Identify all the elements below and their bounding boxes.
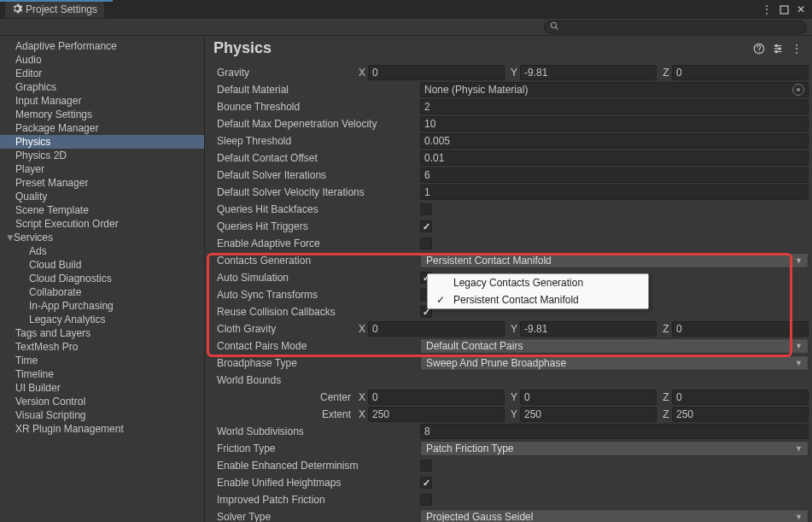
object-picker-icon[interactable] bbox=[792, 84, 804, 96]
sidebar-item-time[interactable]: Time bbox=[0, 354, 204, 367]
enable-adaptive-force-checkbox[interactable] bbox=[420, 238, 432, 249]
sidebar-item-label: XR Plugin Management bbox=[15, 423, 124, 435]
default-material-label: Default Material bbox=[208, 84, 420, 96]
auto-simulation-label: Auto Simulation bbox=[208, 272, 420, 284]
search-input-container[interactable] bbox=[544, 21, 807, 34]
sidebar-item-cloud-diagnostics[interactable]: Cloud Diagnostics bbox=[0, 272, 204, 285]
chevron-down-icon: ▼ bbox=[795, 444, 803, 453]
bounce-threshold-input[interactable] bbox=[420, 99, 809, 114]
sidebar-item-audio[interactable]: Audio bbox=[0, 53, 204, 67]
search-icon bbox=[550, 21, 559, 33]
sidebar-item-label: Physics bbox=[15, 136, 50, 148]
expand-arrow-icon[interactable]: ▼ bbox=[5, 232, 14, 243]
enable-enhanced-determinism-checkbox[interactable] bbox=[420, 460, 432, 472]
sidebar-item-label: Audio bbox=[15, 54, 42, 66]
sidebar-item-label: Timeline bbox=[15, 368, 54, 380]
improved-patch-friction-checkbox[interactable] bbox=[420, 494, 432, 506]
sleep-threshold-label: Sleep Threshold bbox=[208, 135, 420, 147]
world-subdivisions-input[interactable] bbox=[420, 424, 809, 439]
sidebar-item-quality[interactable]: Quality bbox=[0, 190, 204, 203]
cloth-gravity-x-input[interactable] bbox=[368, 321, 505, 337]
gravity-y-input[interactable] bbox=[520, 65, 657, 80]
gravity-z-input[interactable] bbox=[672, 65, 809, 80]
default-solver-velocity-iterations-input[interactable] bbox=[420, 185, 809, 200]
extent-z-input[interactable] bbox=[672, 407, 809, 422]
preset-icon[interactable] bbox=[771, 42, 785, 56]
extent-y-input[interactable] bbox=[520, 407, 657, 422]
sidebar-item-graphics[interactable]: Graphics bbox=[0, 80, 204, 94]
sidebar-item-textmesh-pro[interactable]: TextMesh Pro bbox=[0, 340, 204, 354]
solver-type-dropdown[interactable]: Projected Gauss Seidel▼ bbox=[420, 509, 809, 522]
contacts-generation-label: Contacts Generation bbox=[208, 255, 420, 267]
sidebar-item-collaborate[interactable]: Collaborate bbox=[0, 285, 204, 299]
contact-pairs-mode-dropdown[interactable]: Default Contact Pairs▼ bbox=[420, 338, 809, 354]
sidebar-item-label: Legacy Analytics bbox=[29, 314, 105, 326]
queries-hit-backfaces-checkbox[interactable] bbox=[420, 203, 432, 215]
sidebar-item-in-app-purchasing[interactable]: In-App Purchasing bbox=[0, 299, 204, 313]
sidebar-item-visual-scripting[interactable]: Visual Scripting bbox=[0, 408, 204, 422]
default-contact-offset-input[interactable] bbox=[420, 150, 809, 166]
center-x-input[interactable] bbox=[368, 390, 505, 405]
extent-y-label: Y bbox=[508, 408, 520, 420]
friction-type-dropdown[interactable]: Patch Friction Type▼ bbox=[420, 441, 809, 456]
sidebar-item-label: Services bbox=[14, 232, 53, 243]
default-material-field[interactable]: None (Physic Material) bbox=[420, 82, 809, 97]
page-title: Physics bbox=[213, 39, 272, 57]
cloth-gravity-z-label: Z bbox=[660, 323, 672, 335]
gravity-x-input[interactable] bbox=[368, 65, 505, 80]
center-z-input[interactable] bbox=[672, 390, 809, 405]
enable-unified-heightmaps-checkbox[interactable] bbox=[420, 477, 432, 489]
sidebar-item-label: TextMesh Pro bbox=[15, 341, 78, 353]
sidebar-item-physics-2d[interactable]: Physics 2D bbox=[0, 149, 204, 162]
default-solver-iterations-input[interactable] bbox=[420, 167, 809, 183]
sidebar-item-player[interactable]: Player bbox=[0, 162, 204, 176]
sidebar-item-editor[interactable]: Editor bbox=[0, 67, 204, 80]
reuse-collision-callbacks-label: Reuse Collision Callbacks bbox=[208, 306, 420, 318]
help-icon[interactable] bbox=[752, 42, 766, 56]
cloth-gravity-z-input[interactable] bbox=[672, 321, 809, 337]
contacts-generation-dropdown[interactable]: Persistent Contact Manifold▼ bbox=[420, 253, 809, 268]
chevron-down-icon: ▼ bbox=[795, 256, 803, 265]
sidebar-item-version-control[interactable]: Version Control bbox=[0, 395, 204, 408]
cloth-gravity-y-input[interactable] bbox=[520, 321, 657, 337]
dropdown-option-persistent[interactable]: ✓ Persistent Contact Manifold bbox=[428, 291, 648, 308]
sidebar-item-preset-manager[interactable]: Preset Manager bbox=[0, 176, 204, 190]
center-y-input[interactable] bbox=[520, 390, 657, 405]
sidebar-item-memory-settings[interactable]: Memory Settings bbox=[0, 108, 204, 121]
sidebar-item-package-manager[interactable]: Package Manager bbox=[0, 121, 204, 135]
sidebar-item-legacy-analytics[interactable]: Legacy Analytics bbox=[0, 313, 204, 326]
sidebar-item-label: Cloud Build bbox=[29, 259, 81, 271]
sidebar-item-scene-template[interactable]: Scene Template bbox=[0, 203, 204, 217]
default-max-depen-input[interactable] bbox=[420, 116, 809, 132]
sidebar-item-label: Editor bbox=[15, 67, 42, 79]
sidebar-item-xr-plugin-management[interactable]: XR Plugin Management bbox=[0, 422, 204, 436]
queries-hit-triggers-checkbox[interactable] bbox=[420, 220, 432, 232]
sidebar-item-label: Version Control bbox=[15, 396, 85, 408]
extent-x-label: X bbox=[356, 408, 368, 420]
window-close-icon[interactable]: ✕ bbox=[795, 3, 807, 15]
sidebar-item-ui-builder[interactable]: UI Builder bbox=[0, 381, 204, 395]
sidebar-item-physics[interactable]: Physics bbox=[0, 135, 204, 149]
menu-icon[interactable]: ⋮ bbox=[790, 42, 803, 56]
contact-pairs-mode-label: Contact Pairs Mode bbox=[208, 340, 420, 352]
extent-x-input[interactable] bbox=[368, 407, 505, 422]
sidebar-item-input-manager[interactable]: Input Manager bbox=[0, 94, 204, 108]
sidebar-item-script-execution-order[interactable]: Script Execution Order bbox=[0, 217, 204, 231]
sidebar-item-services[interactable]: ▼Services bbox=[0, 231, 204, 244]
dropdown-option-legacy[interactable]: Legacy Contacts Generation bbox=[428, 274, 648, 291]
center-label: Center bbox=[208, 391, 356, 403]
window-menu-icon[interactable]: ⋮ bbox=[761, 3, 773, 15]
sidebar-item-adaptive-performance[interactable]: Adaptive Performance bbox=[0, 39, 204, 53]
broadphase-type-dropdown[interactable]: Sweep And Prune Broadphase▼ bbox=[420, 355, 809, 371]
sidebar-item-timeline[interactable]: Timeline bbox=[0, 367, 204, 381]
window-maximize-icon[interactable] bbox=[778, 3, 790, 15]
default-solver-velocity-iterations-label: Default Solver Velocity Iterations bbox=[208, 186, 420, 198]
sidebar-item-label: Quality bbox=[15, 191, 47, 202]
sidebar-item-ads[interactable]: Ads bbox=[0, 244, 204, 258]
sleep-threshold-input[interactable] bbox=[420, 133, 809, 149]
search-input[interactable] bbox=[563, 22, 801, 32]
center-z-label: Z bbox=[660, 391, 672, 403]
broadphase-type-label: Broadphase Type bbox=[208, 357, 420, 369]
sidebar-item-cloud-build[interactable]: Cloud Build bbox=[0, 258, 204, 272]
sidebar-item-tags-and-layers[interactable]: Tags and Layers bbox=[0, 326, 204, 340]
